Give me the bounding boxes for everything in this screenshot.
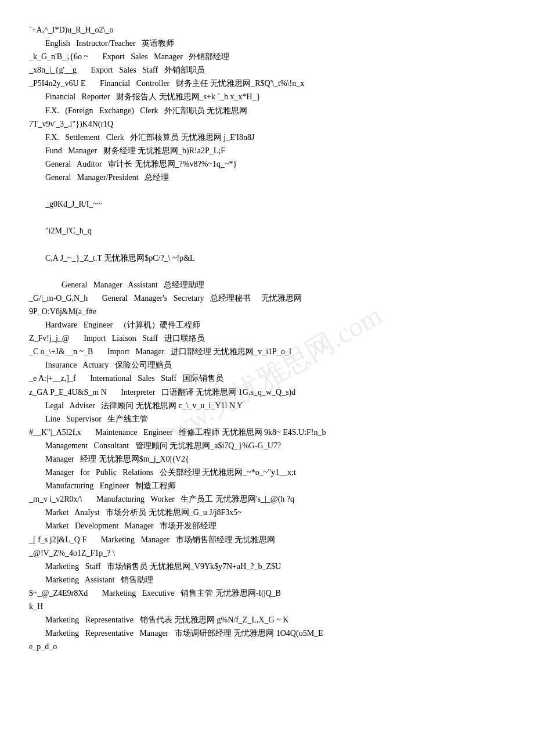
main-content: `+A,^_I*D)u_R_H_o2\_o English Instructor… <box>29 23 505 653</box>
